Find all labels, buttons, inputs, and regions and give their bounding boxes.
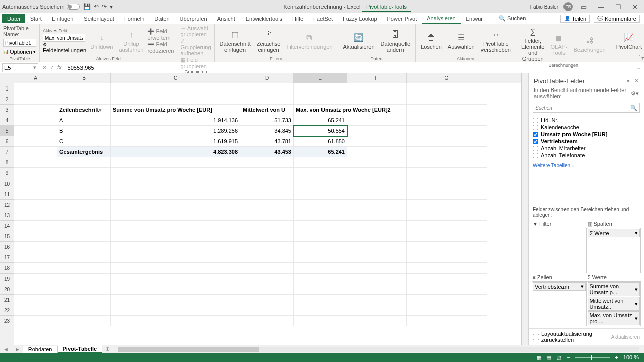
collapse-ribbon-icon[interactable]: ˄ (638, 54, 641, 60)
tab-design[interactable]: Entwurf (461, 14, 490, 23)
pt-name-input[interactable] (3, 39, 36, 47)
row-header[interactable]: 20 (0, 284, 14, 295)
tab-file[interactable]: Datei (2, 14, 25, 23)
pt-grand-total[interactable]: 65.241 (294, 147, 347, 157)
zoom-in-icon[interactable]: + (615, 354, 618, 360)
tab-analyze[interactable]: Analysieren (422, 14, 460, 24)
field-item[interactable]: Anzahl Mitarbeiter (533, 145, 640, 152)
row-header[interactable]: 21 (0, 295, 14, 305)
area-values[interactable]: Summe von Umsatz p...▾ Mittelwert von Um… (587, 281, 641, 326)
view-pagelayout-icon[interactable]: ▤ (546, 354, 551, 361)
zoom-slider[interactable] (575, 357, 610, 358)
row-header[interactable]: 19 (0, 274, 14, 284)
row-header[interactable]: 18 (0, 263, 14, 274)
area-item[interactable]: Mittelwert von Umsatz...▾ (588, 297, 640, 311)
area-item[interactable]: Max. von Umsatz pro ...▾ (588, 311, 640, 325)
update-button[interactable]: Aktualisieren (611, 334, 640, 340)
horizontal-scrollbar[interactable] (118, 347, 639, 352)
select-all-corner[interactable] (0, 73, 14, 83)
row-header[interactable]: 16 (0, 242, 14, 252)
field-item[interactable]: Kalenderwoche (533, 124, 640, 131)
sheet-tab-active[interactable]: Pivot-Tabelle (58, 345, 103, 353)
view-normal-icon[interactable]: ▦ (536, 354, 541, 361)
area-columns[interactable]: Σ Werte▾ (587, 228, 641, 273)
row-header[interactable]: 8 (0, 157, 14, 168)
tab-help[interactable]: Hilfe (287, 14, 308, 23)
row-header[interactable]: 15 (0, 231, 14, 242)
tab-developer[interactable]: Entwicklertools (240, 14, 287, 23)
ribbon-mode-icon[interactable]: ▭ (578, 3, 590, 11)
tab-factset[interactable]: FactSet (308, 14, 338, 23)
col-header[interactable]: B (57, 73, 111, 83)
sheet-nav-next-icon[interactable]: ► (12, 346, 23, 352)
row-header[interactable]: 3 (0, 105, 14, 115)
name-box[interactable]: E5▾ (2, 63, 38, 72)
new-sheet-icon[interactable]: ⊕ (102, 346, 113, 352)
save-icon[interactable]: 💾 (83, 3, 91, 10)
share-button[interactable]: 👤 Teilen (560, 15, 590, 23)
slicer-button[interactable]: ◫Datenschnitt einfügen (218, 28, 253, 54)
confirm-formula-icon[interactable]: ✓ (50, 64, 54, 71)
pt-header-max[interactable]: Max. von Umsatz pro Woche [EUR]2 (294, 105, 347, 115)
row-header[interactable]: 12 (0, 200, 14, 210)
filter-dropdown-icon[interactable]: ▾ (99, 107, 102, 113)
row-header[interactable]: 2 (0, 94, 14, 105)
pt-header-sum[interactable]: Summe von Umsatz pro Woche [EUR] (111, 105, 240, 115)
defer-layout-checkbox[interactable]: Layoutaktualisierung zurückstellen (533, 331, 611, 343)
col-header[interactable]: A (14, 73, 57, 83)
minimize-icon[interactable]: ― (595, 3, 607, 11)
zoom-out-icon[interactable]: − (567, 354, 570, 360)
pt-cell[interactable]: 34.845 (240, 126, 294, 136)
maximize-icon[interactable]: ☐ (612, 3, 624, 11)
pt-cell[interactable]: 1.914.136 (111, 115, 240, 126)
close-icon[interactable]: ✕ (629, 3, 641, 11)
field-item[interactable]: Lfd. Nr. (533, 117, 640, 124)
row-header[interactable]: 9 (0, 168, 14, 178)
tab-formulas[interactable]: Formeln (119, 14, 149, 23)
pt-header-rowlabels[interactable]: Zeilenbeschrift ▾ (57, 105, 111, 115)
tab-fuzzy[interactable]: Fuzzy Lookup (338, 14, 382, 23)
col-header[interactable]: G (407, 73, 487, 83)
tab-insert[interactable]: Einfügen (47, 14, 78, 23)
filter-conn-button[interactable]: ⧉Filterverbindungen (284, 31, 334, 51)
undo-icon[interactable]: ↶ (94, 3, 99, 10)
sheet-nav-prev-icon[interactable]: ◄ (0, 346, 12, 352)
pt-row-label[interactable]: B (57, 126, 111, 136)
pt-row-label[interactable]: A (57, 115, 111, 126)
worksheet-grid[interactable]: 1 2 3 4 5 6 7 8 9 10 11 12 13 14 15 16 1… (0, 73, 528, 345)
tab-review[interactable]: Überprüfen (175, 14, 212, 23)
pt-cell[interactable]: 65.241 (294, 115, 347, 126)
tab-start[interactable]: Start (25, 14, 47, 23)
col-header[interactable]: E (294, 73, 347, 83)
expand-field-button[interactable]: ➕ Feld erweitern (147, 28, 174, 41)
row-header[interactable]: 5 (0, 126, 14, 136)
row-header[interactable]: 7 (0, 147, 14, 157)
pane-close-icon[interactable]: ✕ (634, 78, 639, 84)
toggle-off-icon[interactable] (67, 4, 80, 10)
cancel-formula-icon[interactable]: ✕ (42, 64, 47, 71)
ungroup-button[interactable]: ⤢ Gruppierung aufheben (180, 38, 211, 56)
tab-pagelayout[interactable]: Seitenlayout (78, 14, 119, 23)
field-item[interactable]: Vertriebsteam (533, 138, 640, 145)
reduce-field-button[interactable]: ➖ Feld reduzieren (147, 41, 174, 54)
pt-cell[interactable]: 1.619.915 (111, 136, 240, 147)
autosave-toggle[interactable]: Automatisches Speichern (2, 4, 80, 10)
field-search-input[interactable] (535, 105, 630, 111)
relations-button[interactable]: ⛓Beziehungen (571, 34, 607, 54)
gear-icon[interactable]: ⚙▾ (631, 90, 639, 97)
search-tab[interactable]: 🔍 Suchen (494, 14, 531, 23)
selected-cell[interactable]: 50.554 (294, 126, 347, 136)
pt-header-avg[interactable]: Mittelwert von U (240, 105, 294, 115)
datasource-button[interactable]: 🗄Datenquelle ändern (379, 28, 413, 54)
pt-cell[interactable]: 43.781 (240, 136, 294, 147)
select-button[interactable]: ☰Auswählen (446, 31, 477, 51)
context-tab-label[interactable]: PivotTable-Tools (362, 2, 411, 12)
area-rows[interactable]: Vertriebsteam▾ (532, 281, 587, 326)
comments-button[interactable]: 💬 Kommentare (594, 15, 640, 23)
sheet-tab[interactable]: Rohdaten (23, 346, 58, 353)
customize-qat-icon[interactable]: ▾ (110, 3, 113, 10)
col-header[interactable]: D (240, 73, 294, 83)
clear-button[interactable]: 🗑Löschen (419, 31, 444, 51)
row-header[interactable]: 11 (0, 189, 14, 200)
pt-grand-total-label[interactable]: Gesamtergebnis (57, 147, 111, 157)
